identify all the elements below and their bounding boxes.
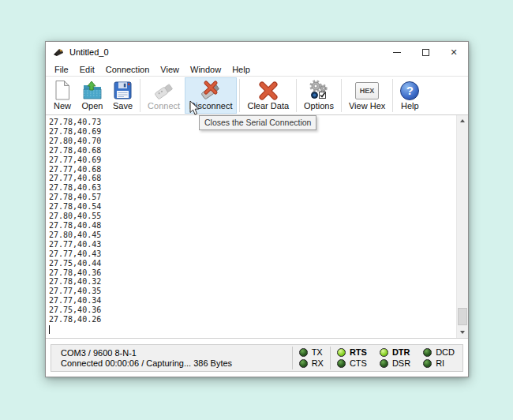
usb-connect-icon bbox=[152, 80, 176, 101]
connection-settings: COM3 / 9600 8-N-1 bbox=[61, 348, 292, 358]
menu-edit[interactable]: Edit bbox=[74, 64, 100, 75]
terminal-line: 27.78,40.26 bbox=[49, 315, 101, 324]
scroll-up-button[interactable] bbox=[457, 115, 468, 126]
maximize-icon bbox=[422, 49, 429, 56]
arrow-down-icon bbox=[460, 331, 465, 334]
minimize-button[interactable] bbox=[383, 42, 411, 62]
app-window: Untitled_0 ✕ File Edit Connection View W… bbox=[45, 41, 469, 377]
save-button[interactable]: Save bbox=[108, 77, 137, 114]
led-label: DTR bbox=[392, 348, 410, 357]
terminal-line: 27.80,40.55 bbox=[49, 212, 101, 221]
status-panel: COM3 / 9600 8-N-1 Connected 00:00:06 / C… bbox=[51, 344, 463, 372]
led-dot bbox=[380, 348, 388, 357]
terminal-line: 27.78,40.68 bbox=[49, 146, 101, 156]
led-panel: TXRXRTSCTSDTRDSRDCDRI bbox=[292, 345, 462, 371]
terminal-line: 27.80,40.70 bbox=[49, 137, 101, 146]
led-dot bbox=[299, 359, 308, 368]
terminal-line: 27.77,40.68 bbox=[49, 165, 101, 174]
toolbar-label: View Hex bbox=[349, 101, 385, 111]
titlebar[interactable]: Untitled_0 ✕ bbox=[46, 42, 468, 62]
led-indicator-ri: RI bbox=[423, 358, 455, 369]
toolbar-label: Connect bbox=[148, 101, 180, 111]
led-group: TXRX bbox=[293, 345, 330, 371]
scrollbar-thumb[interactable] bbox=[458, 308, 467, 325]
hex-icon: HEX bbox=[355, 80, 379, 101]
led-group: DCDRI bbox=[417, 345, 461, 371]
usb-disconnect-icon bbox=[199, 80, 223, 101]
gears-options-icon bbox=[308, 79, 330, 101]
view-hex-button[interactable]: HEX View Hex bbox=[344, 77, 390, 114]
toolbar-label: Clear Data bbox=[247, 101, 289, 111]
maximize-button[interactable] bbox=[411, 42, 440, 62]
led-group: DTRDSR bbox=[373, 345, 417, 371]
toolbar-separator bbox=[341, 79, 342, 112]
toolbar-separator bbox=[140, 79, 140, 112]
toolbar-separator bbox=[296, 79, 297, 112]
terminal-line: 27.77,40.35 bbox=[49, 287, 101, 296]
led-indicator-cts: CTS bbox=[337, 358, 367, 369]
open-folder-icon bbox=[81, 80, 103, 101]
led-dot bbox=[337, 348, 346, 357]
connection-activity: Connected 00:00:06 / Capturing... 386 By… bbox=[61, 358, 292, 368]
minimize-icon bbox=[393, 52, 401, 53]
arrow-up-icon bbox=[460, 119, 465, 122]
led-dot bbox=[337, 359, 346, 368]
connect-button: Connect bbox=[143, 77, 185, 114]
led-indicator-rx: RX bbox=[299, 358, 324, 369]
help-icon: ? bbox=[400, 80, 419, 101]
led-label: RX bbox=[312, 359, 324, 368]
menu-view[interactable]: View bbox=[155, 64, 185, 75]
terminal-output[interactable]: 27.78,40.7327.78,40.6927.80,40.7027.78,4… bbox=[46, 114, 468, 339]
close-button[interactable]: ✕ bbox=[440, 42, 468, 62]
led-group: RTSCTS bbox=[331, 345, 373, 371]
led-label: CTS bbox=[350, 359, 367, 368]
app-icon bbox=[52, 47, 65, 58]
terminal-line: 27.77,40.43 bbox=[49, 249, 101, 259]
terminal-line: 27.77,40.43 bbox=[49, 240, 101, 249]
menu-help[interactable]: Help bbox=[227, 64, 256, 75]
led-indicator-dsr: DSR bbox=[380, 358, 410, 369]
led-indicator-tx: TX bbox=[299, 347, 324, 358]
terminal-line: 27.75,40.44 bbox=[49, 259, 101, 268]
toolbar-label: Options bbox=[304, 101, 334, 111]
status-texts: COM3 / 9600 8-N-1 Connected 00:00:06 / C… bbox=[51, 345, 292, 371]
led-label: RI bbox=[436, 359, 444, 368]
toolbar-label: New bbox=[54, 101, 71, 111]
terminal-line: 27.80,40.45 bbox=[49, 231, 101, 240]
terminal-line: 27.78,40.57 bbox=[49, 193, 101, 202]
terminal-line: 27.78,40.54 bbox=[49, 202, 101, 212]
new-button[interactable]: New bbox=[48, 77, 77, 114]
text-caret bbox=[49, 325, 50, 334]
led-dot bbox=[423, 348, 432, 357]
scroll-down-button[interactable] bbox=[457, 327, 468, 338]
terminal-line: 27.75,40.36 bbox=[49, 306, 101, 315]
menu-window[interactable]: Window bbox=[185, 64, 227, 75]
new-file-icon bbox=[53, 80, 72, 101]
terminal-line: 27.77,40.68 bbox=[49, 174, 101, 183]
clear-data-x-icon bbox=[258, 80, 279, 101]
led-indicator-dcd: DCD bbox=[423, 347, 455, 358]
toolbar-separator bbox=[392, 79, 393, 112]
vertical-scrollbar[interactable] bbox=[456, 115, 468, 338]
terminal-line: 27.78,40.32 bbox=[49, 277, 101, 287]
led-indicator-dtr: DTR bbox=[380, 347, 410, 358]
save-floppy-icon bbox=[113, 80, 133, 101]
options-button[interactable]: Options bbox=[299, 77, 339, 114]
toolbar-label: Save bbox=[113, 101, 133, 111]
menu-file[interactable]: File bbox=[49, 64, 74, 75]
mouse-cursor-icon bbox=[189, 100, 200, 119]
led-dot bbox=[380, 359, 388, 368]
menu-connection[interactable]: Connection bbox=[100, 64, 155, 75]
window-title: Untitled_0 bbox=[69, 47, 109, 57]
tooltip: Closes the Serial Connection bbox=[199, 115, 316, 130]
open-button[interactable]: Open bbox=[77, 77, 108, 114]
clear-data-button[interactable]: Clear Data bbox=[242, 77, 294, 114]
terminal-line: 27.78,40.63 bbox=[49, 183, 101, 193]
toolbar-separator bbox=[239, 79, 240, 112]
led-label: RTS bbox=[350, 348, 367, 357]
led-label: DSR bbox=[392, 359, 410, 368]
window-controls: ✕ bbox=[383, 42, 468, 62]
terminal-line: 27.78,40.73 bbox=[49, 118, 101, 127]
statusbar: COM3 / 9600 8-N-1 Connected 00:00:06 / C… bbox=[46, 339, 468, 377]
help-button[interactable]: ? Help bbox=[395, 77, 424, 114]
